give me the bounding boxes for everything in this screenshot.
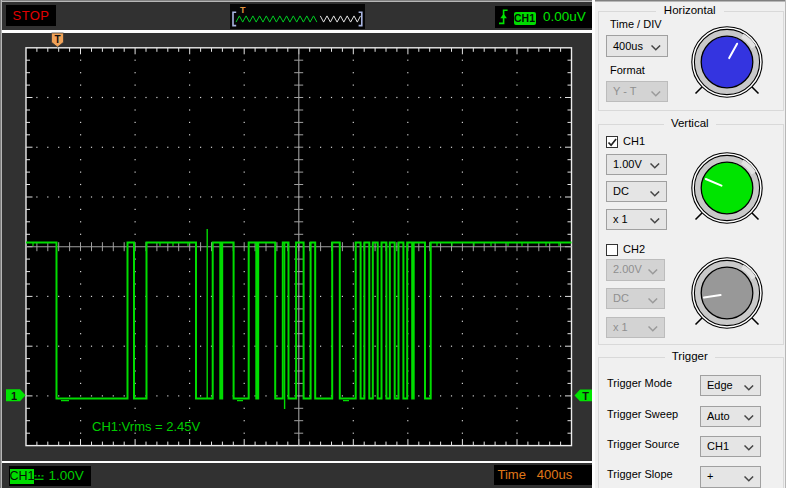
svg-text:T: T: [582, 390, 589, 402]
svg-text:CH1:Vrms = 2.45V: CH1:Vrms = 2.45V: [92, 419, 201, 434]
svg-text:T: T: [54, 34, 60, 45]
svg-text:1: 1: [11, 390, 17, 402]
svg-text:T: T: [240, 5, 246, 15]
